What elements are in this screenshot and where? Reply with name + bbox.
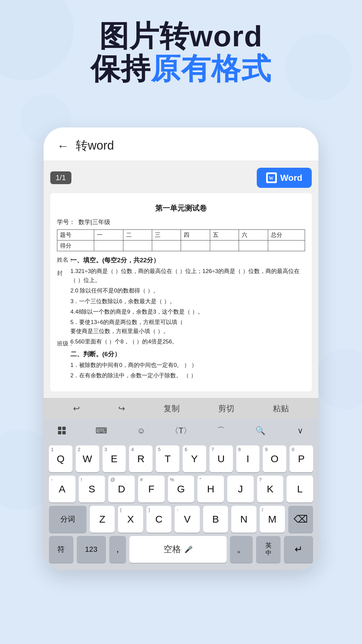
header-line2-blue: 原有格式 xyxy=(151,52,272,85)
key-O[interactable]: 9O xyxy=(263,445,286,472)
phone-mockup: ← 转word 1/1 W Word 第一单元测试卷 学号： 数学|三 xyxy=(44,127,318,570)
key-U[interactable]: 7U xyxy=(209,445,233,472)
svg-text:W: W xyxy=(269,176,274,181)
key-I[interactable]: 8I xyxy=(236,445,260,472)
key-M[interactable]: /M xyxy=(260,506,285,533)
table-total-score xyxy=(268,240,305,251)
side-label-xingming: 姓名： xyxy=(57,256,74,264)
grid-switch-icon[interactable] xyxy=(54,424,70,437)
key-Q[interactable]: 1Q xyxy=(49,445,72,472)
header-line2: 保持原有格式 xyxy=(0,53,362,85)
key-F[interactable]: #F xyxy=(138,476,165,502)
key-S[interactable]: !S xyxy=(79,476,105,502)
doc-item-5: 5．要使13÷6的商是两位数，方框里可以填（要使商是三位数，方框里最小填（ ）。 xyxy=(70,318,305,336)
key-H[interactable]: "H xyxy=(197,476,224,502)
back-button[interactable]: ← xyxy=(57,139,69,153)
key-V[interactable]: -V xyxy=(175,506,200,533)
kemu-value: 数学|三年级 xyxy=(78,218,110,226)
table-header-1: 一 xyxy=(94,230,123,240)
document-area: 1/1 W Word 第一单元测试卷 学号： 数学|三年级 题号 xyxy=(44,161,318,398)
key-123[interactable]: 123 xyxy=(77,536,106,563)
paste-button[interactable]: 粘贴 xyxy=(273,403,289,414)
mic-icon: 🎤 xyxy=(184,545,193,553)
keyboard-row-3: 分词 Z (X )C -V B N /M ⌫ xyxy=(49,506,313,533)
keyboard-toolbar: ↩ ↪ 复制 剪切 粘贴 xyxy=(44,398,318,419)
word-icon: W xyxy=(266,172,277,183)
key-lang[interactable]: 英中 xyxy=(256,536,281,563)
table-header-total: 总分 xyxy=(268,230,305,240)
table-score-5 xyxy=(210,240,239,251)
table-header-tihao: 题号 xyxy=(57,230,94,240)
key-L[interactable]: L xyxy=(287,476,313,502)
keyboard-switch-icon[interactable]: ⌨ xyxy=(94,424,110,437)
section1-title: 一、填空。(每空2分，共22分） xyxy=(70,256,305,265)
judge-item-1: 1．被除数的中间有0，商的中间也一定有0。 ） ） xyxy=(70,361,305,370)
doc-field-row-xuehao: 学号： 数学|三年级 xyxy=(57,218,305,226)
key-N[interactable]: N xyxy=(231,506,256,533)
table-score-3 xyxy=(152,240,181,251)
chevron-switch-icon[interactable]: ∨ xyxy=(292,424,308,437)
key-fu[interactable]: 符 xyxy=(49,536,73,563)
judge-item-2: 2．在有余数的除法中，余数一定小于除数。 （ ） xyxy=(70,371,305,380)
link-switch-icon[interactable]: ⌒ xyxy=(213,424,229,437)
keyboard-row-bottom: 符 123 ， 空格 🎤 。 英中 ↵ xyxy=(49,536,313,563)
key-delete[interactable]: ⌫ xyxy=(288,506,313,533)
keyboard-row-1: 1Q 2W 3E 4R 5T 6Y 7U 8I 9O 0P xyxy=(49,445,313,472)
cut-button[interactable]: 剪切 xyxy=(218,403,234,414)
emoji-switch-icon[interactable]: ☺ xyxy=(133,424,149,437)
score-table: 题号 一 二 三 四 五 六 总分 得分 xyxy=(57,229,305,251)
doc-item-1: 1.321÷3的商是（ ）位数，商的最高位在（ ）位上；126÷3的商是（ ）位… xyxy=(70,267,305,285)
key-G[interactable]: %G xyxy=(168,476,194,502)
key-space[interactable]: 空格 🎤 xyxy=(129,536,227,563)
key-C[interactable]: )C xyxy=(146,506,172,533)
key-A[interactable]: -A xyxy=(49,476,75,502)
section2-title: 二、判断。(6分） xyxy=(70,350,305,359)
xuehao-label: 学号： xyxy=(57,218,75,226)
key-X[interactable]: (X xyxy=(118,506,143,533)
page-badge: 1/1 xyxy=(50,171,71,184)
redo-button[interactable]: ↪ xyxy=(118,404,125,413)
search-switch-icon[interactable]: 🔍 xyxy=(252,424,268,437)
table-header-5: 五 xyxy=(210,230,239,240)
key-period[interactable]: 。 xyxy=(230,536,253,563)
table-score-2 xyxy=(123,240,152,251)
key-K[interactable]: ?K xyxy=(257,476,284,502)
side-label-banji: 班级： xyxy=(57,340,74,347)
key-P[interactable]: 0P xyxy=(290,445,313,472)
key-enter[interactable]: ↵ xyxy=(284,536,313,563)
doc-inner-content2: 6.560里面有（ ）个8，（ ）的4倍是256。 二、判断。(6分） 1．被除… xyxy=(70,337,305,380)
key-R[interactable]: 4R xyxy=(129,445,153,472)
word-export-button[interactable]: W Word xyxy=(257,168,312,188)
header-line2-prefix: 保持 xyxy=(90,52,151,85)
code-switch-icon[interactable]: 〈T〉 xyxy=(173,424,189,437)
keyboard-row-2: -A !S @D #F %G "H J ?K L xyxy=(49,476,313,502)
undo-button[interactable]: ↩ xyxy=(73,404,80,413)
key-comma[interactable]: ， xyxy=(109,536,126,563)
key-E[interactable]: 3E xyxy=(103,445,126,472)
keyboard-switcher: ⌨ ☺ 〈T〉 ⌒ 🔍 ∨ xyxy=(44,419,318,443)
header-section: 图片转word 保持原有格式 xyxy=(0,20,362,85)
word-button-label: Word xyxy=(280,173,302,183)
app-title: 转word xyxy=(76,138,114,154)
doc-toolbar: 1/1 W Word xyxy=(50,168,312,188)
doc-item-3: 3．一个三位数除以6，余数最大是（ ）。 xyxy=(70,297,305,306)
key-B[interactable]: B xyxy=(203,506,228,533)
key-fenci[interactable]: 分词 xyxy=(49,506,86,533)
key-Z[interactable]: Z xyxy=(90,506,115,533)
app-bar: ← 转word xyxy=(44,127,318,161)
document-content[interactable]: 第一单元测试卷 学号： 数学|三年级 题号 一 二 三 四 五 六 总分 得分 xyxy=(50,193,312,391)
doc-item-2: 2.0 除以任何不是0的数都得（ ）。 xyxy=(70,286,305,295)
table-score-4 xyxy=(181,240,210,251)
table-score-1 xyxy=(94,240,123,251)
key-J[interactable]: J xyxy=(227,476,254,502)
header-line1: 图片转word xyxy=(0,20,362,53)
key-T[interactable]: 5T xyxy=(156,445,179,472)
table-score-6 xyxy=(239,240,268,251)
copy-button[interactable]: 复制 xyxy=(164,403,180,414)
key-D[interactable]: @D xyxy=(108,476,135,502)
key-W[interactable]: 2W xyxy=(76,445,99,472)
table-header-6: 六 xyxy=(239,230,268,240)
doc-item-6: 6.560里面有（ ）个8，（ ）的4倍是256。 xyxy=(70,337,305,346)
key-Y[interactable]: 6Y xyxy=(183,445,206,472)
table-header-3: 三 xyxy=(152,230,181,240)
